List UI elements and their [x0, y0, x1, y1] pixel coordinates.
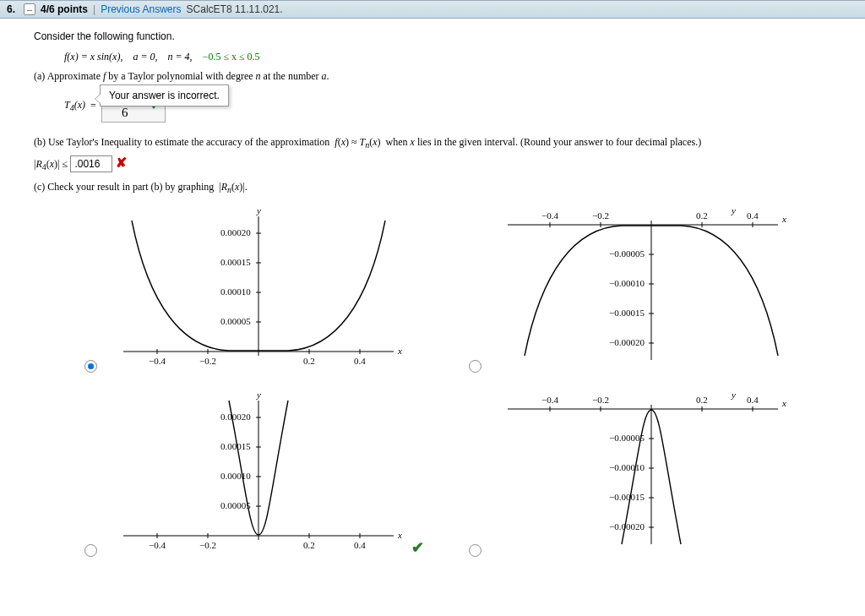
svg-text:0.00015: 0.00015 [220, 441, 251, 451]
t4-answer-row: T4(x) = x − 6 Your answer is incorrect. [34, 90, 841, 123]
r4-row: |R4(x)| ≤ ✘ [34, 155, 841, 172]
graph-1-svg: −0.4−0.2 0.20.4 0.000050.00010 0.000150.… [102, 204, 406, 373]
svg-text:0.00005: 0.00005 [220, 316, 251, 326]
incorrect-tooltip: Your answer is incorrect. [100, 84, 229, 106]
r4-label: |R4(x)| ≤ [34, 158, 68, 170]
part-c-text: (c) Check your result in part (b) by gra… [34, 181, 841, 194]
svg-text:x: x [397, 530, 402, 540]
question-header: 6. – 4/6 points | Previous Answers SCalc… [0, 0, 865, 19]
svg-text:x: x [397, 346, 402, 356]
svg-text:0.00010: 0.00010 [220, 286, 251, 297]
svg-text:−0.00020: −0.00020 [609, 337, 645, 347]
svg-text:0.2: 0.2 [303, 540, 315, 550]
svg-text:y: y [731, 390, 736, 400]
points-label: 4/6 points [41, 3, 88, 15]
svg-text:0.2: 0.2 [303, 356, 315, 366]
svg-text:−0.2: −0.2 [199, 356, 216, 366]
svg-text:−0.00010: −0.00010 [609, 462, 645, 472]
part-b-text: (b) Use Taylor's Inequality to estimate … [34, 136, 841, 150]
svg-text:−0.2: −0.2 [592, 395, 609, 405]
separator: | [93, 3, 95, 15]
part-c: (c) Check your result in part (b) by gra… [34, 181, 841, 194]
question-number: 6. [7, 3, 15, 15]
part-a-text: (a) Approximate f by a Taylor polynomial… [34, 70, 841, 83]
svg-text:−0.4: −0.4 [541, 395, 558, 405]
svg-text:−0.00015: −0.00015 [609, 492, 645, 502]
collapse-icon[interactable]: – [24, 3, 35, 15]
graph-options-grid: −0.4−0.2 0.20.4 0.000050.00010 0.000150.… [84, 204, 828, 557]
x-mark-icon: ✘ [116, 155, 127, 170]
part-b: (b) Use Taylor's Inequality to estimate … [34, 136, 841, 172]
part-a: (a) Approximate f by a Taylor polynomial… [34, 70, 841, 123]
svg-text:−0.2: −0.2 [592, 210, 609, 221]
graph-option-2[interactable]: −0.4−0.2 0.20.4 −0.00005−0.00010 −0.0001… [469, 204, 828, 373]
svg-text:x: x [781, 214, 786, 224]
svg-text:0.4: 0.4 [747, 210, 759, 221]
svg-text:0.4: 0.4 [354, 356, 366, 366]
t4-label: T4(x) [64, 99, 85, 112]
radio-option-1[interactable] [84, 360, 97, 373]
svg-text:y: y [256, 205, 261, 215]
a-def: a = 0, [133, 51, 157, 63]
n-def: n = 4, [168, 51, 193, 63]
graph-4-svg: −0.4−0.2 0.20.4 −0.00005−0.00010 −0.0001… [487, 388, 791, 557]
svg-text:−0.00020: −0.00020 [609, 521, 645, 532]
svg-text:x: x [781, 398, 786, 408]
fx-def: f(x) = x sin(x), [64, 51, 122, 63]
graph-option-1[interactable]: −0.4−0.2 0.20.4 0.000050.00010 0.000150.… [84, 204, 443, 373]
previous-answers-link[interactable]: Previous Answers [101, 3, 181, 15]
graph-3-svg: −0.4−0.2 0.20.4 0.000050.00010 0.000150.… [102, 388, 406, 557]
svg-text:0.2: 0.2 [696, 210, 708, 221]
intro-text: Consider the following function. [34, 30, 841, 42]
svg-text:−0.4: −0.4 [149, 356, 166, 366]
svg-text:−0.2: −0.2 [199, 540, 216, 550]
svg-text:0.2: 0.2 [696, 395, 708, 405]
svg-text:y: y [256, 390, 261, 400]
function-definition: f(x) = x sin(x), a = 0, n = 4, −0.5 ≤ x … [34, 51, 841, 63]
svg-text:−0.00015: −0.00015 [609, 308, 645, 318]
radio-option-2[interactable] [469, 360, 481, 373]
svg-text:0.00020: 0.00020 [220, 227, 251, 237]
svg-text:−0.00005: −0.00005 [609, 433, 645, 443]
radio-option-3[interactable] [84, 544, 97, 557]
r4-input[interactable] [70, 155, 112, 172]
svg-text:y: y [731, 205, 736, 215]
check-mark-icon: ✔ [411, 538, 424, 557]
svg-text:−0.4: −0.4 [149, 540, 166, 550]
question-body: Consider the following function. f(x) = … [0, 19, 865, 567]
question-source: SCalcET8 11.11.021. [187, 3, 283, 15]
graph-2-svg: −0.4−0.2 0.20.4 −0.00005−0.00010 −0.0001… [487, 204, 791, 373]
svg-text:−0.00010: −0.00010 [609, 278, 645, 288]
svg-text:−0.00005: −0.00005 [609, 248, 645, 259]
graph-option-3[interactable]: −0.4−0.2 0.20.4 0.000050.00010 0.000150.… [84, 388, 443, 557]
svg-text:0.00015: 0.00015 [220, 257, 251, 267]
graph-option-4[interactable]: −0.4−0.2 0.20.4 −0.00005−0.00010 −0.0001… [469, 388, 828, 557]
svg-text:0.00010: 0.00010 [220, 471, 251, 481]
svg-text:0.4: 0.4 [747, 395, 759, 405]
svg-text:−0.4: −0.4 [541, 210, 558, 221]
radio-option-4[interactable] [469, 544, 481, 557]
svg-text:0.00020: 0.00020 [220, 412, 251, 422]
svg-text:0.4: 0.4 [354, 540, 366, 550]
interval-def: −0.5 ≤ x ≤ 0.5 [203, 51, 260, 63]
